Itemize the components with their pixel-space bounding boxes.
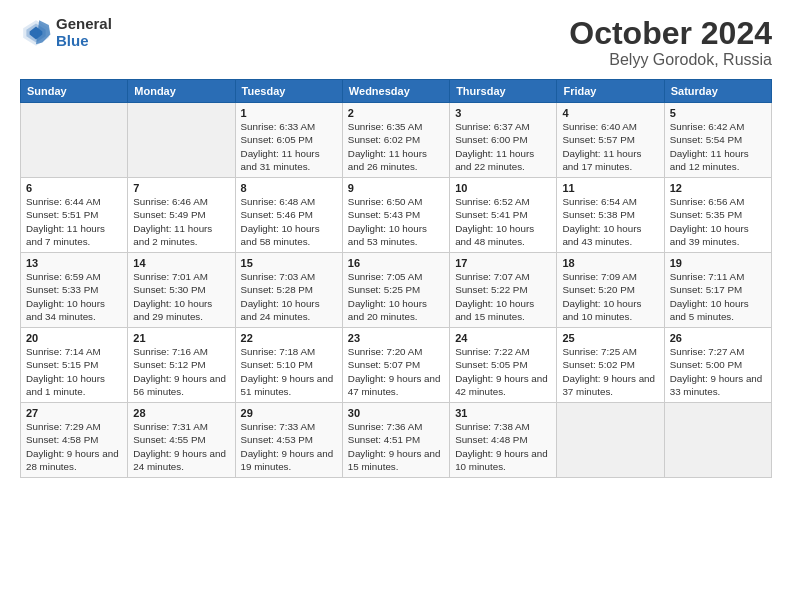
cell-info: Sunrise: 6:59 AMSunset: 5:33 PMDaylight:…: [26, 270, 122, 323]
cell-day-number: 23: [348, 332, 444, 344]
cell-info: Sunrise: 6:35 AMSunset: 6:02 PMDaylight:…: [348, 120, 444, 173]
cell-day-number: 28: [133, 407, 229, 419]
cell-day-number: 10: [455, 182, 551, 194]
cell-info: Sunrise: 7:29 AMSunset: 4:58 PMDaylight:…: [26, 420, 122, 473]
cell-day-number: 3: [455, 107, 551, 119]
calendar-cell: [21, 103, 128, 178]
cell-info: Sunrise: 7:03 AMSunset: 5:28 PMDaylight:…: [241, 270, 337, 323]
cell-day-number: 25: [562, 332, 658, 344]
calendar-cell: 21Sunrise: 7:16 AMSunset: 5:12 PMDayligh…: [128, 328, 235, 403]
cell-info: Sunrise: 7:01 AMSunset: 5:30 PMDaylight:…: [133, 270, 229, 323]
logo-icon: [20, 17, 52, 49]
cell-day-number: 11: [562, 182, 658, 194]
logo-blue-text: Blue: [56, 33, 112, 50]
calendar-cell: 18Sunrise: 7:09 AMSunset: 5:20 PMDayligh…: [557, 253, 664, 328]
calendar-cell: 4Sunrise: 6:40 AMSunset: 5:57 PMDaylight…: [557, 103, 664, 178]
header-day-tuesday: Tuesday: [235, 80, 342, 103]
calendar-week-2: 6Sunrise: 6:44 AMSunset: 5:51 PMDaylight…: [21, 178, 772, 253]
calendar-cell: 20Sunrise: 7:14 AMSunset: 5:15 PMDayligh…: [21, 328, 128, 403]
calendar-body: 1Sunrise: 6:33 AMSunset: 6:05 PMDaylight…: [21, 103, 772, 478]
calendar-cell: 12Sunrise: 6:56 AMSunset: 5:35 PMDayligh…: [664, 178, 771, 253]
calendar-cell: 27Sunrise: 7:29 AMSunset: 4:58 PMDayligh…: [21, 403, 128, 478]
cell-day-number: 6: [26, 182, 122, 194]
calendar-cell: 31Sunrise: 7:38 AMSunset: 4:48 PMDayligh…: [450, 403, 557, 478]
cell-info: Sunrise: 7:18 AMSunset: 5:10 PMDaylight:…: [241, 345, 337, 398]
cell-day-number: 22: [241, 332, 337, 344]
calendar-cell: 3Sunrise: 6:37 AMSunset: 6:00 PMDaylight…: [450, 103, 557, 178]
cell-day-number: 8: [241, 182, 337, 194]
calendar-cell: [664, 403, 771, 478]
cell-info: Sunrise: 7:20 AMSunset: 5:07 PMDaylight:…: [348, 345, 444, 398]
location-title: Belyy Gorodok, Russia: [569, 51, 772, 69]
calendar-cell: 25Sunrise: 7:25 AMSunset: 5:02 PMDayligh…: [557, 328, 664, 403]
cell-info: Sunrise: 6:37 AMSunset: 6:00 PMDaylight:…: [455, 120, 551, 173]
calendar-cell: 2Sunrise: 6:35 AMSunset: 6:02 PMDaylight…: [342, 103, 449, 178]
cell-day-number: 26: [670, 332, 766, 344]
cell-info: Sunrise: 7:05 AMSunset: 5:25 PMDaylight:…: [348, 270, 444, 323]
cell-info: Sunrise: 7:36 AMSunset: 4:51 PMDaylight:…: [348, 420, 444, 473]
cell-day-number: 5: [670, 107, 766, 119]
cell-info: Sunrise: 7:25 AMSunset: 5:02 PMDaylight:…: [562, 345, 658, 398]
cell-info: Sunrise: 6:46 AMSunset: 5:49 PMDaylight:…: [133, 195, 229, 248]
header-day-monday: Monday: [128, 80, 235, 103]
cell-day-number: 1: [241, 107, 337, 119]
cell-day-number: 2: [348, 107, 444, 119]
calendar-cell: 11Sunrise: 6:54 AMSunset: 5:38 PMDayligh…: [557, 178, 664, 253]
calendar-cell: 17Sunrise: 7:07 AMSunset: 5:22 PMDayligh…: [450, 253, 557, 328]
cell-info: Sunrise: 7:16 AMSunset: 5:12 PMDaylight:…: [133, 345, 229, 398]
cell-day-number: 20: [26, 332, 122, 344]
calendar-cell: 1Sunrise: 6:33 AMSunset: 6:05 PMDaylight…: [235, 103, 342, 178]
calendar-cell: 16Sunrise: 7:05 AMSunset: 5:25 PMDayligh…: [342, 253, 449, 328]
calendar-header: SundayMondayTuesdayWednesdayThursdayFrid…: [21, 80, 772, 103]
calendar-week-1: 1Sunrise: 6:33 AMSunset: 6:05 PMDaylight…: [21, 103, 772, 178]
cell-info: Sunrise: 7:38 AMSunset: 4:48 PMDaylight:…: [455, 420, 551, 473]
calendar-cell: 8Sunrise: 6:48 AMSunset: 5:46 PMDaylight…: [235, 178, 342, 253]
calendar-cell: 23Sunrise: 7:20 AMSunset: 5:07 PMDayligh…: [342, 328, 449, 403]
cell-info: Sunrise: 6:48 AMSunset: 5:46 PMDaylight:…: [241, 195, 337, 248]
calendar-week-5: 27Sunrise: 7:29 AMSunset: 4:58 PMDayligh…: [21, 403, 772, 478]
calendar-cell: 14Sunrise: 7:01 AMSunset: 5:30 PMDayligh…: [128, 253, 235, 328]
cell-info: Sunrise: 7:33 AMSunset: 4:53 PMDaylight:…: [241, 420, 337, 473]
cell-info: Sunrise: 7:11 AMSunset: 5:17 PMDaylight:…: [670, 270, 766, 323]
cell-info: Sunrise: 7:22 AMSunset: 5:05 PMDaylight:…: [455, 345, 551, 398]
calendar-cell: 26Sunrise: 7:27 AMSunset: 5:00 PMDayligh…: [664, 328, 771, 403]
cell-info: Sunrise: 6:56 AMSunset: 5:35 PMDaylight:…: [670, 195, 766, 248]
cell-day-number: 17: [455, 257, 551, 269]
title-block: October 2024 Belyy Gorodok, Russia: [569, 16, 772, 69]
cell-info: Sunrise: 6:44 AMSunset: 5:51 PMDaylight:…: [26, 195, 122, 248]
cell-day-number: 16: [348, 257, 444, 269]
cell-day-number: 27: [26, 407, 122, 419]
cell-info: Sunrise: 6:50 AMSunset: 5:43 PMDaylight:…: [348, 195, 444, 248]
calendar-week-3: 13Sunrise: 6:59 AMSunset: 5:33 PMDayligh…: [21, 253, 772, 328]
cell-info: Sunrise: 6:42 AMSunset: 5:54 PMDaylight:…: [670, 120, 766, 173]
calendar-cell: 19Sunrise: 7:11 AMSunset: 5:17 PMDayligh…: [664, 253, 771, 328]
cell-day-number: 15: [241, 257, 337, 269]
header: General Blue October 2024 Belyy Gorodok,…: [20, 16, 772, 69]
cell-info: Sunrise: 7:31 AMSunset: 4:55 PMDaylight:…: [133, 420, 229, 473]
cell-info: Sunrise: 7:09 AMSunset: 5:20 PMDaylight:…: [562, 270, 658, 323]
calendar-cell: [557, 403, 664, 478]
cell-day-number: 14: [133, 257, 229, 269]
logo-text: General Blue: [56, 16, 112, 49]
header-day-friday: Friday: [557, 80, 664, 103]
cell-day-number: 13: [26, 257, 122, 269]
calendar-cell: 29Sunrise: 7:33 AMSunset: 4:53 PMDayligh…: [235, 403, 342, 478]
calendar-cell: 30Sunrise: 7:36 AMSunset: 4:51 PMDayligh…: [342, 403, 449, 478]
calendar-cell: 10Sunrise: 6:52 AMSunset: 5:41 PMDayligh…: [450, 178, 557, 253]
calendar-table: SundayMondayTuesdayWednesdayThursdayFrid…: [20, 79, 772, 478]
calendar-cell: 24Sunrise: 7:22 AMSunset: 5:05 PMDayligh…: [450, 328, 557, 403]
header-day-thursday: Thursday: [450, 80, 557, 103]
cell-day-number: 21: [133, 332, 229, 344]
cell-day-number: 12: [670, 182, 766, 194]
calendar-cell: 13Sunrise: 6:59 AMSunset: 5:33 PMDayligh…: [21, 253, 128, 328]
cell-day-number: 24: [455, 332, 551, 344]
calendar-week-4: 20Sunrise: 7:14 AMSunset: 5:15 PMDayligh…: [21, 328, 772, 403]
cell-info: Sunrise: 6:54 AMSunset: 5:38 PMDaylight:…: [562, 195, 658, 248]
cell-info: Sunrise: 7:14 AMSunset: 5:15 PMDaylight:…: [26, 345, 122, 398]
calendar-cell: 28Sunrise: 7:31 AMSunset: 4:55 PMDayligh…: [128, 403, 235, 478]
cell-day-number: 7: [133, 182, 229, 194]
calendar-cell: 5Sunrise: 6:42 AMSunset: 5:54 PMDaylight…: [664, 103, 771, 178]
header-day-saturday: Saturday: [664, 80, 771, 103]
cell-day-number: 29: [241, 407, 337, 419]
logo: General Blue: [20, 16, 112, 49]
